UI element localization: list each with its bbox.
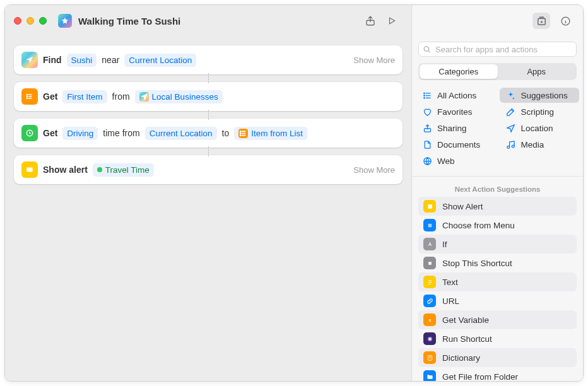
parameter-token[interactable]: Driving xyxy=(62,127,98,140)
category-item-favorites[interactable]: Favorites xyxy=(416,104,496,119)
list-icon xyxy=(21,88,38,105)
run-button[interactable] xyxy=(381,12,403,30)
action-card[interactable]: GetFirst ItemfromLocal Businesses xyxy=(14,82,403,111)
parameter-token[interactable]: Local Businesses xyxy=(135,90,223,103)
minimize-window-button[interactable] xyxy=(26,17,34,25)
suggestion-item[interactable]: xGet Variable xyxy=(418,310,577,329)
show-more-button[interactable]: Show More xyxy=(353,56,395,65)
svg-point-11 xyxy=(424,47,429,52)
svg-point-7 xyxy=(240,135,241,136)
svg-point-2 xyxy=(26,96,27,96)
action-connector-word: to xyxy=(222,128,230,138)
action-verb: Get xyxy=(43,128,57,138)
suggestion-item[interactable]: Get File from Folder xyxy=(418,367,577,381)
tab-categories[interactable]: Categories xyxy=(420,64,498,79)
category-item-location[interactable]: Location xyxy=(500,120,580,136)
shortcut-app-icon xyxy=(58,14,72,28)
segmented-control[interactable]: Categories Apps xyxy=(418,63,577,80)
category-grid: All ActionsSuggestionsFavoritesScripting… xyxy=(412,88,583,173)
close-window-button[interactable] xyxy=(14,17,21,25)
svg-point-13 xyxy=(423,95,425,96)
suggestion-item[interactable]: Stop This Shortcut xyxy=(418,254,577,272)
parameter-token[interactable]: Sushi xyxy=(67,54,97,67)
doc-icon xyxy=(422,139,432,149)
category-label: Location xyxy=(521,124,553,133)
svg-text:x: x xyxy=(428,317,431,322)
info-button[interactable] xyxy=(556,13,574,29)
category-label: Sharing xyxy=(437,124,467,133)
text-icon xyxy=(423,276,436,288)
share-button[interactable] xyxy=(360,12,381,30)
action-card[interactable]: FindSushinearCurrent LocationShow More xyxy=(14,45,403,74)
svg-point-16 xyxy=(507,146,510,148)
share-icon xyxy=(422,123,432,133)
action-card[interactable]: Show alertTravel TimeShow More xyxy=(14,155,403,184)
suggestion-item[interactable]: Dictionary xyxy=(418,348,577,367)
suggestion-item[interactable]: If xyxy=(418,235,577,254)
suggestion-item[interactable]: Run Shortcut xyxy=(418,329,577,348)
category-label: Web xyxy=(437,156,455,166)
show-more-button[interactable]: Show More xyxy=(353,165,395,175)
category-item-sharing[interactable]: Sharing xyxy=(416,120,496,136)
suggestion-item[interactable]: Show Alert xyxy=(418,197,577,216)
action-card[interactable]: GetDrivingtime fromCurrent LocationtoIte… xyxy=(14,119,403,148)
svg-rect-8 xyxy=(26,168,32,172)
folder-icon xyxy=(423,370,436,381)
svg-rect-19 xyxy=(428,204,432,208)
globe-icon xyxy=(422,156,432,166)
sidebar-toolbar xyxy=(412,5,583,37)
action-connector-word: near xyxy=(102,55,119,65)
titlebar: Walking Time To Sushi xyxy=(5,5,411,37)
action-connector xyxy=(14,74,403,82)
list-icon xyxy=(422,90,432,100)
suggestion-label: Stop This Shortcut xyxy=(442,259,512,268)
suggestion-label: Get Variable xyxy=(442,315,489,325)
parameter-token[interactable]: Current Location xyxy=(145,127,217,140)
parameter-token[interactable]: Item from List xyxy=(234,127,307,140)
suggestion-label: Dictionary xyxy=(442,353,480,363)
category-item-all-actions[interactable]: All Actions xyxy=(416,88,496,103)
action-connector xyxy=(14,111,403,119)
heart-icon xyxy=(422,107,432,117)
var-icon: x xyxy=(423,313,436,326)
suggestion-item[interactable]: Text xyxy=(418,272,577,291)
suggestion-list: Show AlertChoose from MenuIfStop This Sh… xyxy=(412,197,583,381)
parameter-token[interactable]: Current Location xyxy=(124,54,196,67)
shortcut-title[interactable]: Walking Time To Sushi xyxy=(78,16,180,26)
stop-icon xyxy=(423,257,436,269)
shortcut-icon xyxy=(423,332,436,345)
maps-mini-icon xyxy=(139,92,149,102)
workflow-canvas[interactable]: FindSushinearCurrent LocationShow MoreGe… xyxy=(5,37,411,381)
variable-dot-icon xyxy=(97,167,102,172)
fullscreen-window-button[interactable] xyxy=(39,17,47,25)
list-mini-icon xyxy=(238,129,248,138)
nav-icon xyxy=(506,123,516,133)
maps-icon xyxy=(21,52,38,68)
traffic-lights xyxy=(14,17,47,25)
action-connector-word: time from xyxy=(103,128,139,138)
svg-rect-23 xyxy=(428,337,431,340)
category-label: Media xyxy=(521,140,544,149)
svg-point-6 xyxy=(240,132,241,133)
tab-apps[interactable]: Apps xyxy=(498,64,576,79)
category-item-documents[interactable]: Documents xyxy=(416,137,496,152)
category-item-media[interactable]: Media xyxy=(500,137,580,152)
suggestion-label: Text xyxy=(442,278,458,287)
library-sidebar: Categories Apps All ActionsSuggestionsFa… xyxy=(412,5,583,381)
suggestion-item[interactable]: Choose from Menu xyxy=(418,216,577,235)
svg-point-14 xyxy=(423,97,425,98)
alert-icon xyxy=(21,161,38,178)
search-icon xyxy=(423,45,431,54)
category-item-suggestions[interactable]: Suggestions xyxy=(500,88,580,103)
library-toggle-button[interactable] xyxy=(532,13,550,29)
category-item-scripting[interactable]: Scripting xyxy=(500,104,580,119)
search-input[interactable] xyxy=(418,42,577,57)
action-connector xyxy=(14,148,403,155)
category-label: All Actions xyxy=(437,91,476,100)
suggestion-label: Get File from Folder xyxy=(442,372,518,382)
svg-rect-20 xyxy=(428,262,432,265)
variable-token[interactable]: Travel Time xyxy=(93,163,154,177)
category-item-web[interactable]: Web xyxy=(416,153,496,168)
suggestion-item[interactable]: URL xyxy=(418,291,577,310)
parameter-token[interactable]: First Item xyxy=(62,90,107,103)
